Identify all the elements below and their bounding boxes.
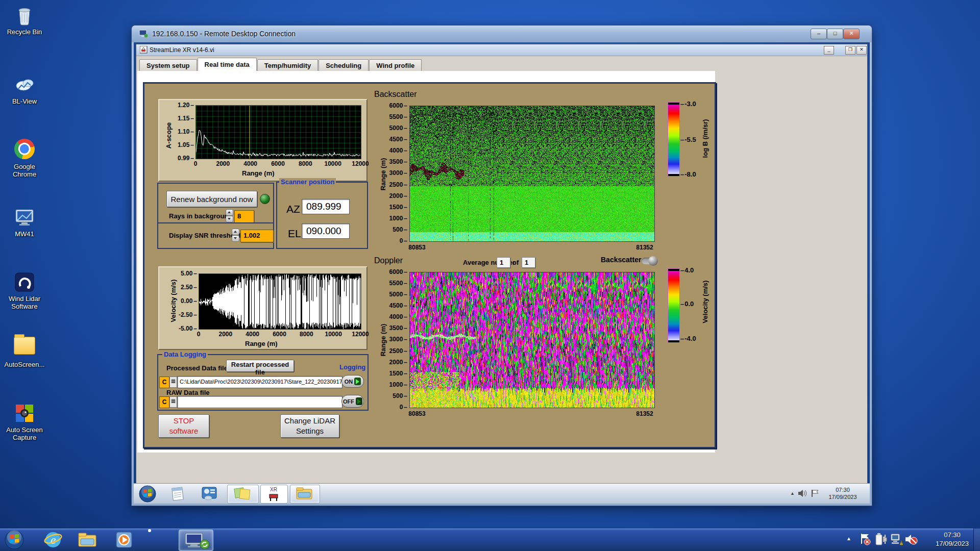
app-close-button[interactable]: ✕: [856, 46, 867, 55]
y-tick-label: 3000: [389, 336, 407, 343]
remote-taskbar-button-explorer[interactable]: [290, 485, 320, 504]
stop-line2: software: [169, 427, 199, 435]
taskbar-internet-explorer-icon[interactable]: e: [43, 531, 63, 549]
stop-line1: STOP: [174, 416, 194, 425]
velocity-graph: 5.002.500.00-2.50-5.00 Velocity (m/s) 02…: [158, 266, 368, 350]
raw-logging-toggle[interactable]: OFF: [341, 395, 364, 408]
tab-scheduling[interactable]: Scheduling: [318, 59, 369, 71]
app-window: StreamLine XR v14-6.vi _ ❐ ✕ System setu…: [136, 44, 868, 484]
el-value[interactable]: 090.000: [302, 223, 350, 239]
svg-text:XR: XR: [270, 487, 277, 492]
average-of-field[interactable]: 1: [522, 257, 535, 268]
remote-notepad-icon[interactable]: [171, 487, 184, 501]
rdp-close-button[interactable]: ✕: [843, 29, 860, 39]
snr-value-field[interactable]: 1.002: [240, 230, 274, 242]
processed-logging-toggle[interactable]: ON: [341, 375, 364, 388]
stop-software-button[interactable]: STOP software: [158, 414, 209, 438]
remote-tray-expand-icon[interactable]: ▲: [790, 491, 795, 496]
ascope-plot-area[interactable]: [195, 105, 361, 159]
raw-data-file-label: RAW Data file: [166, 389, 210, 396]
y-tick-label: 0: [400, 404, 407, 411]
desktop-icon-ascapture[interactable]: Auto Screen Capture: [2, 402, 47, 441]
tab-real-time-data[interactable]: Real time data: [198, 58, 257, 71]
processed-drive-letter[interactable]: C: [159, 377, 169, 388]
doppler-x-start: 80853: [408, 410, 425, 417]
off-led-icon: [356, 397, 362, 405]
taskbar-rdp-button-active[interactable]: [179, 530, 213, 551]
raw-browse-icon[interactable]: ▦: [169, 396, 177, 408]
desktop-icon-windlidar[interactable]: Wind Lidar Software: [2, 271, 47, 310]
x-tick-label: 8000: [299, 160, 312, 167]
x-tick-label: 0: [197, 331, 201, 338]
remote-control-panel-icon[interactable]: [202, 486, 217, 501]
taskbar-chrome-icon[interactable]: [150, 531, 169, 549]
desktop-icon-blview[interactable]: BL-View: [2, 73, 47, 105]
velocity-plot-area[interactable]: [199, 273, 361, 330]
desktop-icon-chrome[interactable]: Google Chrome: [2, 138, 47, 178]
remote-tray-clock[interactable]: 07:30 17/09/2023: [822, 486, 864, 500]
az-value[interactable]: 089.999: [302, 199, 350, 214]
tray-battery-icon[interactable]: [875, 533, 887, 548]
data-logging-box: Data Logging Processed Data file Restart…: [157, 354, 369, 411]
rdp-maximize-button[interactable]: □: [827, 29, 843, 39]
rdp-titlebar[interactable]: 192.168.0.150 - Remote Desktop Connectio…: [132, 26, 872, 42]
tab-temp-humidity[interactable]: Temp/humidity: [257, 59, 318, 71]
raw-drive-letter[interactable]: C: [159, 396, 169, 408]
remote-taskbar-button-streamline-xr[interactable]: XR: [260, 485, 288, 504]
desktop-icon-recycle[interactable]: Recycle Bin: [2, 4, 47, 36]
remote-taskbar-button-notes[interactable]: [227, 485, 259, 504]
y-tick-label: 1500: [389, 370, 407, 377]
rays-value-field[interactable]: 8: [234, 210, 254, 223]
change-lidar-settings-button[interactable]: Change LiDAR Settings: [280, 414, 339, 438]
start-button[interactable]: [4, 530, 24, 550]
doppler-colorbar: [668, 268, 680, 343]
taskbar-explorer-icon[interactable]: [78, 531, 97, 549]
ascapture-icon: [13, 402, 36, 424]
tray-action-center-icon[interactable]: [860, 533, 871, 548]
processed-browse-icon[interactable]: ▦: [169, 377, 177, 388]
desktop-icon-mw41[interactable]: MW41: [2, 206, 47, 238]
tab-system-setup[interactable]: System setup: [139, 59, 197, 71]
y-tick-label: 2000: [389, 359, 407, 366]
show-desktop-button[interactable]: [973, 529, 980, 551]
desktop-icon-label: MW41: [2, 230, 47, 238]
processed-path-field[interactable]: C:\Lidar\Data\Proc\2023\202309\20230917\…: [177, 376, 342, 388]
renew-background-button[interactable]: Renew background now: [166, 191, 257, 207]
snr-spinner[interactable]: [232, 229, 238, 240]
app-titlebar[interactable]: StreamLine XR v14-6.vi _ ❐ ✕: [136, 44, 867, 56]
backscatter-plot-area[interactable]: [409, 106, 655, 242]
data-logging-title: Data Logging: [162, 350, 208, 358]
raw-path-field[interactable]: [177, 396, 342, 408]
y-tick-label: 3500: [389, 324, 407, 332]
doppler-plot-area[interactable]: [409, 272, 655, 408]
tray-volume-muted-icon[interactable]: [904, 533, 918, 548]
backscatter-toggle-label: Backscatter: [601, 256, 641, 264]
y-tick-label: 1.10: [178, 128, 194, 135]
desktop-icon-folder[interactable]: AutoScreen...: [2, 337, 47, 368]
restart-processed-file-button[interactable]: Restart processed file: [226, 360, 294, 372]
app-restore-button[interactable]: ❐: [845, 46, 855, 55]
tab-strip: System setupReal time dataTemp/humidityS…: [139, 58, 422, 71]
remote-tray-volume-icon[interactable]: [797, 489, 807, 500]
average-number-field[interactable]: 1: [497, 257, 510, 268]
x-tick-label: 10000: [324, 160, 341, 167]
rdp-minimize-button[interactable]: –: [811, 29, 827, 39]
remote-tray-action-center-icon[interactable]: [811, 489, 820, 500]
change-line2: Settings: [296, 427, 324, 435]
processed-data-file-label: Processed Data file: [166, 364, 228, 372]
remote-start-button[interactable]: [139, 485, 156, 503]
tab-wind-profile[interactable]: Wind profile: [369, 59, 422, 71]
app-minimize-button[interactable]: _: [824, 46, 834, 55]
host-clock[interactable]: 07:30 17/09/2023: [936, 531, 969, 548]
host-clock-time: 07:30: [944, 531, 961, 539]
background-controls-box: Renew background now Rays in background …: [157, 183, 274, 223]
tray-expand-icon[interactable]: ▲: [846, 536, 851, 541]
y-tick-label: 2.50: [181, 284, 197, 291]
backscatter-toggle-switch[interactable]: [642, 258, 657, 264]
tray-network-warning-icon[interactable]: !: [890, 533, 903, 548]
remote-taskbar: XR ▲ 07:30 17/09/2023: [134, 483, 870, 504]
y-tick-label: 1.15: [178, 115, 194, 122]
backscatter-x-start: 80853: [408, 244, 425, 251]
rays-spinner[interactable]: [226, 209, 232, 221]
taskbar-media-player-icon[interactable]: [115, 531, 134, 549]
